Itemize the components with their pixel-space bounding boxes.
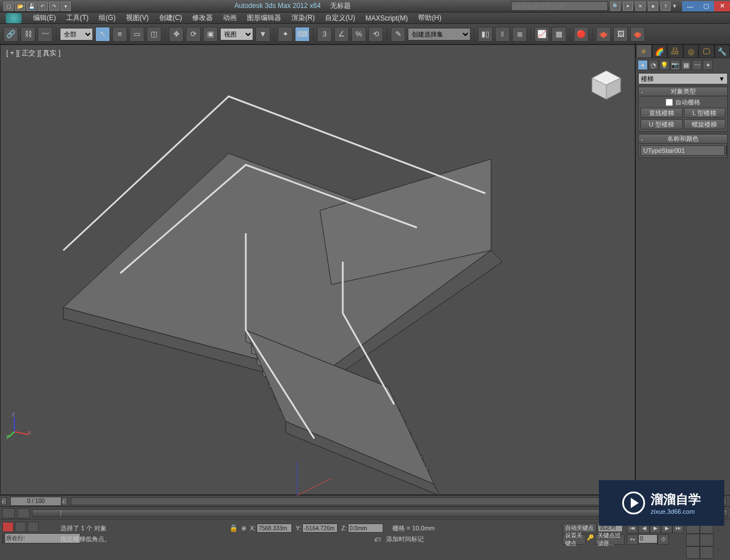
trackbar-open-icon[interactable] — [2, 508, 15, 518]
close-button[interactable]: ✕ — [714, 1, 730, 11]
named-selection-edit-icon[interactable]: ✎ — [391, 27, 405, 42]
search-input[interactable] — [511, 1, 608, 11]
qat-save-icon[interactable]: 💾 — [26, 2, 36, 11]
select-object-icon[interactable]: ↖ — [95, 27, 110, 42]
link-icon[interactable]: 🔗 — [3, 27, 18, 42]
material-editor-icon[interactable]: 🔴 — [574, 27, 589, 42]
subscription-icon[interactable]: ✦ — [623, 2, 633, 11]
minimize-button[interactable]: — — [682, 1, 698, 11]
btn-u-stair[interactable]: U 型楼梯 — [640, 119, 683, 129]
qat-redo-icon[interactable]: ↷ — [49, 2, 59, 11]
current-frame-input[interactable] — [638, 534, 658, 543]
exchange-icon[interactable]: ✕ — [635, 2, 646, 11]
menu-maxscript[interactable]: MAXScript(M) — [361, 13, 413, 23]
time-slider[interactable]: 0 / 100 — [10, 497, 62, 506]
menu-edit[interactable]: 编辑(E) — [29, 12, 60, 24]
favorite-icon[interactable]: ★ — [648, 2, 658, 11]
curve-editor-icon[interactable]: 📈 — [534, 27, 549, 42]
layer-icon[interactable]: ≣ — [512, 27, 527, 42]
key-filter-icon[interactable]: 🔑 — [587, 534, 594, 545]
fov-icon[interactable] — [686, 534, 700, 546]
x-input[interactable] — [257, 524, 292, 533]
create-subcategory-select[interactable]: 楼梯▼ — [638, 73, 728, 84]
cat-systems-icon[interactable]: ✦ — [703, 60, 713, 70]
autogrid-checkbox[interactable] — [666, 99, 673, 106]
cat-geometry-icon[interactable]: ● — [638, 60, 648, 70]
mirror-icon[interactable]: ▮▯ — [478, 27, 493, 42]
cat-lights-icon[interactable]: 💡 — [659, 60, 670, 70]
y-input[interactable] — [302, 524, 338, 533]
key-filter-button[interactable]: 关键点过滤器... — [595, 534, 624, 545]
cat-spacewarps-icon[interactable]: 〰 — [692, 60, 702, 70]
coord-mode-icon[interactable]: ⊕ — [241, 525, 246, 532]
keyboard-shortcut-icon[interactable]: ⌨ — [295, 27, 310, 42]
qat-more-icon[interactable]: ▾ — [60, 2, 71, 11]
unlink-icon[interactable]: ⛓ — [21, 27, 35, 42]
help-icon[interactable]: ? — [660, 2, 671, 11]
viewport[interactable]: [ + ][ 正交 ][ 真实 ] — [0, 44, 635, 495]
trackbar-filter-icon[interactable] — [17, 508, 30, 518]
pivot-icon[interactable]: ▼ — [256, 27, 270, 42]
tab-utilities-icon[interactable]: 🔧 — [715, 44, 731, 58]
time-config-icon[interactable]: ⏱ — [658, 534, 669, 545]
angle-snap-icon[interactable]: ∠ — [334, 27, 349, 42]
render-setup-icon[interactable]: 🫖 — [596, 27, 611, 42]
object-name-input[interactable] — [640, 145, 725, 156]
menu-modifiers[interactable]: 修改器 — [188, 12, 217, 24]
app-logo-icon[interactable] — [6, 13, 22, 23]
menu-help[interactable]: 帮助(H) — [413, 12, 446, 24]
schematic-icon[interactable]: ▦ — [551, 27, 566, 42]
tab-display-icon[interactable]: 🖵 — [699, 44, 715, 58]
maximize-viewport-icon[interactable] — [700, 546, 713, 559]
move-icon[interactable]: ✥ — [169, 27, 184, 42]
menu-views[interactable]: 视图(V) — [121, 12, 153, 24]
select-window-icon[interactable]: ◫ — [147, 27, 161, 42]
object-color-swatch[interactable] — [726, 145, 727, 156]
bind-icon[interactable]: 〰 — [38, 27, 52, 42]
refcoord-select[interactable]: 视图 — [220, 28, 253, 40]
maximize-button[interactable]: ▢ — [698, 1, 714, 11]
tab-create-icon[interactable]: ✳ — [636, 44, 652, 58]
selection-filter-select[interactable]: 全部 — [60, 28, 93, 40]
tab-motion-icon[interactable]: ◎ — [683, 44, 699, 58]
add-time-tag[interactable]: 添加时间标记 — [386, 535, 424, 543]
select-rect-icon[interactable]: ▭ — [129, 27, 144, 42]
z-input[interactable] — [348, 524, 383, 533]
viewcube[interactable] — [589, 68, 623, 102]
qat-new-icon[interactable]: ▢ — [3, 2, 14, 11]
btn-spiral-stair[interactable]: 螺旋楼梯 — [684, 119, 726, 129]
named-selection-set[interactable]: 创建选择集 — [408, 28, 471, 40]
btn-straight-stair[interactable]: 直线楼梯 — [640, 108, 683, 118]
menu-rendering[interactable]: 渲染(R) — [287, 12, 319, 24]
rotate-icon[interactable]: ⟳ — [186, 27, 201, 42]
btn-l-stair[interactable]: L 型楼梯 — [684, 108, 726, 118]
rollout-name-color-header[interactable]: -名称和颜色 — [638, 134, 728, 144]
snap-3-icon[interactable]: 3 — [317, 27, 332, 42]
scale-icon[interactable]: ▣ — [203, 27, 218, 42]
key-mode-icon[interactable]: 🗝 — [627, 534, 638, 545]
menu-create[interactable]: 创建(C) — [155, 12, 187, 24]
time-tag-icon[interactable]: 🏷 — [374, 536, 380, 543]
cat-shapes-icon[interactable]: ◔ — [648, 60, 659, 70]
menu-group[interactable]: 组(G) — [94, 12, 120, 24]
search-icon[interactable]: 🔍 — [610, 2, 620, 11]
script-stop-icon[interactable] — [15, 522, 26, 532]
time-slider-right-icon[interactable]: › — [62, 497, 67, 505]
tab-modify-icon[interactable]: 🌈 — [652, 44, 668, 58]
select-name-icon[interactable]: ≡ — [112, 27, 127, 42]
manipulate-icon[interactable]: ✦ — [278, 27, 293, 42]
qat-open-icon[interactable]: 📂 — [15, 2, 25, 11]
align-icon[interactable]: ⫴ — [495, 27, 510, 42]
script-line-icon[interactable] — [2, 533, 3, 543]
menu-tools[interactable]: 工具(T) — [62, 12, 93, 24]
percent-snap-icon[interactable]: % — [351, 27, 366, 42]
menu-animation[interactable]: 动画 — [218, 12, 241, 24]
rollout-object-type-header[interactable]: -对象类型 — [638, 87, 728, 96]
set-key-button[interactable]: 设置关键点 — [562, 534, 586, 545]
menu-customize[interactable]: 自定义(U) — [321, 12, 360, 24]
pan-icon[interactable] — [700, 534, 713, 546]
render-frame-icon[interactable]: 🖼 — [613, 27, 628, 42]
tab-hierarchy-icon[interactable]: 品 — [667, 44, 683, 58]
cat-cameras-icon[interactable]: 📷 — [670, 60, 680, 70]
spinner-snap-icon[interactable]: ⟲ — [368, 27, 383, 42]
